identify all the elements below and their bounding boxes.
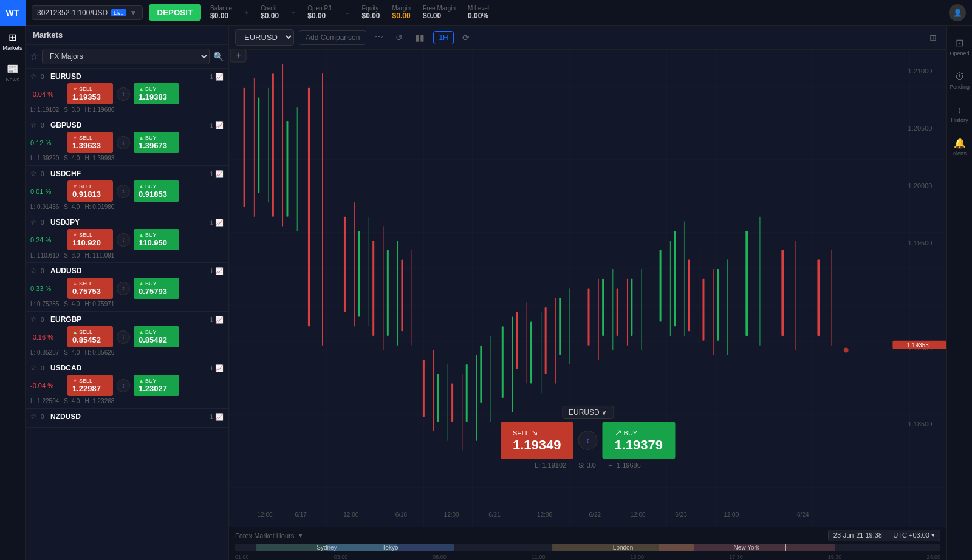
eurusd-sell-button[interactable]: ▼ SELL 1.19353 xyxy=(67,83,113,104)
nav-markets[interactable]: ⊞ Markets xyxy=(0,26,26,57)
timeframe-1h-button[interactable]: 1H xyxy=(433,31,453,44)
eurgbp-chart-icon[interactable]: 📈 xyxy=(215,316,224,324)
gbpusd-mid-button[interactable]: ↕ xyxy=(117,136,130,149)
usdchf-name[interactable]: USDCHF xyxy=(50,169,81,178)
eurgbp-buy-button[interactable]: ▲ BUY 0.85492 xyxy=(134,326,179,347)
nav-opened[interactable]: ⊡ Opened xyxy=(948,32,971,62)
trade-buy-button[interactable]: ↗ BUY 1.19379 xyxy=(603,422,676,459)
eurusd-buy-button[interactable]: ▲ BUY 1.19383 xyxy=(134,83,179,104)
gbpusd-sell-price: 1.39633 xyxy=(72,141,101,150)
markets-icon: ⊞ xyxy=(9,32,16,43)
gbpusd-star[interactable]: ☆ xyxy=(30,121,37,129)
markets-filter-select[interactable]: FX Majors xyxy=(42,49,210,64)
audusd-chart-icon[interactable]: 📈 xyxy=(215,267,224,275)
usdcad-star[interactable]: ☆ xyxy=(30,364,37,372)
trade-symbol-label[interactable]: EURUSD ∨ xyxy=(562,406,614,419)
usdjpy-star[interactable]: ☆ xyxy=(30,218,37,227)
search-icon[interactable]: 🔍 xyxy=(213,52,224,61)
eurgbp-name[interactable]: EURGBP xyxy=(50,315,81,324)
audusd-star[interactable]: ☆ xyxy=(30,267,37,275)
audusd-buy-button[interactable]: ▲ BUY 0.75793 xyxy=(134,278,179,299)
svg-text:1.20500: 1.20500 xyxy=(908,125,933,132)
usdcad-spread: S: 4.0 xyxy=(64,398,80,405)
gbpusd-info-icon[interactable]: ℹ xyxy=(210,121,213,129)
svg-rect-62 xyxy=(688,259,690,331)
eurusd-info-icon[interactable]: ℹ xyxy=(210,73,213,81)
usdchf-buy-button[interactable]: ▲ BUY 0.91853 xyxy=(134,180,179,202)
nzdusd-chart-icon[interactable]: 📈 xyxy=(215,413,224,421)
usdchf-info-icon[interactable]: ℹ xyxy=(210,170,213,178)
nzdusd-info-icon[interactable]: ℹ xyxy=(210,413,213,421)
eurgbp-mid-button[interactable]: ↕ xyxy=(117,330,130,344)
eurgbp-sell-button[interactable]: ▲ SELL 0.85452 xyxy=(67,326,113,347)
usdcad-chart-icon[interactable]: 📈 xyxy=(215,364,224,372)
chart-canvas-area[interactable]: 1.21000 1.20500 1.20000 1.19500 1.19000 … xyxy=(229,50,946,527)
trade-mid-button[interactable]: ↕ xyxy=(578,431,598,450)
nav-alerts[interactable]: 🔔 Alerts xyxy=(948,132,971,162)
nav-pending[interactable]: ⏱ Pending xyxy=(948,65,971,95)
svg-rect-56 xyxy=(631,279,632,336)
nav-news[interactable]: 📰 News xyxy=(0,57,26,89)
usdcad-mid-button[interactable]: ↕ xyxy=(117,379,130,392)
alerts-icon: 🔔 xyxy=(954,137,966,149)
usdchf-mid-button[interactable]: ↕ xyxy=(117,185,130,198)
grid-button[interactable]: ⊞ xyxy=(926,30,940,45)
nzdusd-star[interactable]: ☆ xyxy=(30,412,37,421)
eurusd-star[interactable]: ☆ xyxy=(30,72,37,81)
instrument-gbpusd: ☆ 0 GBPUSD ℹ 📈 0.12 % ▼ SELL 1.39633 ↕ ▲… xyxy=(26,117,228,166)
refresh-button[interactable]: ↺ xyxy=(392,30,406,45)
audusd-mid-button[interactable]: ↕ xyxy=(117,282,130,295)
favorite-star-icon[interactable]: ☆ xyxy=(30,52,38,61)
usdcad-info-icon[interactable]: ℹ xyxy=(210,364,213,372)
usdcad-sell-button[interactable]: ▼ SELL 1.22987 xyxy=(67,375,113,396)
usdjpy-sell-button[interactable]: ▼ SELL 110.920 xyxy=(67,229,113,250)
eurusd-low: L: 1.19102 xyxy=(30,106,59,113)
gbpusd-chart-icon[interactable]: 📈 xyxy=(215,121,224,129)
usdjpy-info-icon[interactable]: ℹ xyxy=(210,219,213,227)
market-hours-label[interactable]: Forex Market Hours xyxy=(235,532,294,539)
eurgbp-info-icon[interactable]: ℹ xyxy=(210,316,213,324)
markets-panel: Markets ☆ FX Majors 🔍 ☆ 0 EURUSD ℹ 📈 -0 xyxy=(26,26,229,560)
line-chart-button[interactable]: 〰 xyxy=(371,30,387,45)
usdchf-chart-icon[interactable]: 📈 xyxy=(215,170,224,178)
gbpusd-buy-button[interactable]: ▲ BUY 1.39673 xyxy=(134,132,179,153)
account-selector[interactable]: 30212352-1:100/USD Live ▼ xyxy=(32,5,143,20)
settings-button[interactable]: ⟳ xyxy=(459,30,473,45)
margin-label: Margin xyxy=(392,5,411,12)
usdcad-buy-button[interactable]: ▲ BUY 1.23027 xyxy=(134,375,179,396)
usdjpy-buy-price: 110.950 xyxy=(139,238,167,247)
audusd-sell-button[interactable]: ▲ SELL 0.75753 xyxy=(67,278,113,299)
nzdusd-name[interactable]: NZDUSD xyxy=(50,412,81,421)
eurgbp-star[interactable]: ☆ xyxy=(30,315,37,324)
audusd-name[interactable]: AUDUSD xyxy=(50,267,81,275)
nav-history[interactable]: ↕ History xyxy=(948,98,971,129)
utc-selector[interactable]: 23-Jun-21 19:38 UTC +03:00 ▾ xyxy=(828,530,940,541)
trade-sell-button[interactable]: SELL ↘ 1.19349 xyxy=(501,422,573,459)
usdjpy-mid-button[interactable]: ↕ xyxy=(117,233,130,247)
gbpusd-name[interactable]: GBPUSD xyxy=(50,121,81,129)
user-avatar[interactable]: 👤 xyxy=(949,4,966,21)
eurusd-chart-icon[interactable]: 📈 xyxy=(215,73,224,81)
usdchf-sell-button[interactable]: ▼ SELL 0.91813 xyxy=(67,180,113,202)
instruments-list: ☆ 0 EURUSD ℹ 📈 -0.04 % ▼ SELL 1.19353 ↕ … xyxy=(26,69,228,560)
svg-rect-10 xyxy=(244,88,245,207)
deposit-button[interactable]: DEPOSIT xyxy=(149,4,202,21)
candlestick-button[interactable]: ▮▮ xyxy=(411,30,428,45)
svg-rect-22 xyxy=(358,231,360,316)
usdjpy-buy-button[interactable]: ▲ BUY 110.950 xyxy=(134,229,179,250)
eurusd-name[interactable]: EURUSD xyxy=(50,72,81,81)
usdchf-star[interactable]: ☆ xyxy=(30,169,37,178)
add-comparison-button[interactable]: Add Comparison xyxy=(299,30,366,45)
svg-text:12:00: 12:00 xyxy=(631,511,646,518)
equity-value: $0.00 xyxy=(362,12,380,20)
gbpusd-sell-button[interactable]: ▼ SELL 1.39633 xyxy=(67,132,113,153)
eurusd-mid-button[interactable]: ↕ xyxy=(117,87,130,101)
svg-text:1.20000: 1.20000 xyxy=(908,182,933,190)
usdjpy-chart-icon[interactable]: 📈 xyxy=(215,219,224,227)
usdjpy-name[interactable]: USDJPY xyxy=(50,218,80,227)
svg-rect-60 xyxy=(674,231,676,326)
audusd-low: L: 0.75285 xyxy=(30,301,59,307)
symbol-select[interactable]: EURUSD xyxy=(235,29,294,46)
usdcad-name[interactable]: USDCAD xyxy=(50,364,81,372)
audusd-info-icon[interactable]: ℹ xyxy=(210,267,213,275)
